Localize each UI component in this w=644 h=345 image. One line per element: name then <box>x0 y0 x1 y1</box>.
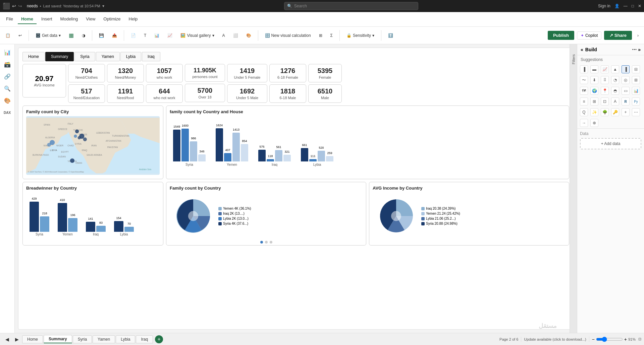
viz-icon-extra[interactable]: ⊗ <box>590 119 598 127</box>
viz-icon-text[interactable]: A <box>611 97 619 106</box>
bottom-tab-yamen[interactable]: Yamen <box>93 335 115 343</box>
publish-btn[interactable]: Publish <box>548 31 574 40</box>
reports-icon[interactable]: 📊 <box>2 47 13 58</box>
zoom-out-btn[interactable]: − <box>592 337 595 342</box>
zoom-in-btn[interactable]: + <box>624 337 627 342</box>
viz-icon-more[interactable]: ⋯ <box>632 108 640 116</box>
add-visual2-btn[interactable]: 📈 <box>165 32 175 39</box>
save-btn[interactable]: 💾 <box>96 32 107 39</box>
viz-icon-pie[interactable]: ◔ <box>611 76 619 84</box>
viz-icon-custom[interactable]: + <box>622 108 630 116</box>
sign-in-label[interactable]: Sign in <box>598 4 610 8</box>
app-icon[interactable]: ⬛ <box>3 2 10 10</box>
viz-icon-treemap[interactable]: ⊞ <box>632 76 640 84</box>
viz-icon-az-map[interactable]: 📍 <box>601 87 609 95</box>
export-btn[interactable]: 📤 <box>109 32 120 39</box>
viz-icon-fill-map[interactable]: 🌍 <box>590 87 598 95</box>
viz-icon-decomp[interactable]: 🌳 <box>601 108 609 116</box>
text-btn[interactable]: T <box>141 32 149 39</box>
viz-icon-table[interactable]: ⊞ <box>590 97 598 106</box>
text-box-btn[interactable]: A <box>220 32 228 39</box>
more-options-icon[interactable]: ⋯ <box>632 47 637 52</box>
redo-btn[interactable]: ↪ <box>18 3 22 9</box>
user-icon[interactable]: 👤 <box>614 4 620 8</box>
bottom-tab-lybia[interactable]: Lybia <box>116 335 135 343</box>
search-box[interactable]: 🔍 Search <box>284 2 418 10</box>
family-count-country-panel[interactable]: Family count by Country <box>166 182 366 246</box>
ribbon-tab-optimize[interactable]: Optimize <box>100 14 124 24</box>
viz-icon-qanda[interactable]: Q <box>580 108 588 116</box>
ribbon-tab-insert[interactable]: Insert <box>38 14 56 24</box>
zoom-slider[interactable] <box>596 337 623 342</box>
dropdown-arrow[interactable]: ▾ <box>102 4 104 8</box>
filters-sidebar[interactable]: Filters <box>570 44 577 333</box>
family-count-country-house-panel[interactable]: family count by Country and House 1549 <box>166 106 569 179</box>
page-nav-next[interactable]: ▶ <box>12 335 21 343</box>
nav-tab-home[interactable]: Home <box>22 52 45 61</box>
minimize-btn[interactable]: — <box>624 4 628 8</box>
format-icon[interactable]: 🎨 <box>2 95 13 106</box>
new-page-btn[interactable]: 📄 <box>128 32 139 39</box>
dax-icon[interactable]: DAX <box>2 107 13 118</box>
viz-icon-slicer[interactable]: ≡ <box>580 97 588 106</box>
publish-icon-btn[interactable]: ⬆️ <box>385 32 396 39</box>
excel-btn[interactable]: ▦ <box>66 31 76 40</box>
viz-icon-100bar[interactable]: ⊟ <box>632 65 640 73</box>
nav-tab-iraq[interactable]: Iraq <box>142 52 160 61</box>
viz-icon-matrix[interactable]: ⊡ <box>601 97 609 106</box>
viz-icon-card[interactable]: ▭ <box>622 87 630 95</box>
viz-icon-donut[interactable]: ◎ <box>622 76 630 84</box>
bottom-tab-summary[interactable]: Summary <box>44 335 72 343</box>
undo-toolbar-btn[interactable]: ↩ <box>16 32 24 39</box>
viz-icon-key[interactable]: 🔑 <box>611 108 619 116</box>
fit-page-btn[interactable]: ⊡ <box>638 337 641 341</box>
avg-income-country-panel[interactable]: AVG Income by Country Iraq <box>369 182 569 246</box>
new-visual-calc-btn[interactable]: 🔢 New visual calculation <box>262 32 314 39</box>
explore-icon[interactable]: 🔍 <box>2 83 13 94</box>
collapse-icon[interactable]: « <box>581 47 583 52</box>
viz-icon-ribbon[interactable]: 〜 <box>580 76 588 84</box>
viz-icon-kpi[interactable]: 📊 <box>632 87 640 95</box>
maximize-btn[interactable]: □ <box>632 4 634 8</box>
copilot-btn[interactable]: ✦ Copilot <box>577 31 601 40</box>
bottom-tab-home[interactable]: Home <box>22 335 43 343</box>
nav-tab-syria[interactable]: Syria <box>74 52 95 61</box>
model-icon[interactable]: 🔗 <box>2 71 13 82</box>
bottom-tab-iraq[interactable]: Iraq <box>136 335 153 343</box>
close-btn[interactable]: ✕ <box>638 4 641 8</box>
ribbon-tab-modeling[interactable]: Modeling <box>57 14 82 24</box>
ribbon-tab-home[interactable]: Home <box>18 14 37 24</box>
viz-icon-arrow[interactable]: → <box>580 119 588 127</box>
viz-icon-gauge[interactable]: ◓ <box>611 87 619 95</box>
expand-icon[interactable]: » <box>638 47 641 52</box>
viz-icon-map[interactable]: 🗺 <box>580 87 588 95</box>
nav-tab-lybia[interactable]: Lybia <box>120 52 141 61</box>
format-btn[interactable]: 🎨 <box>244 32 254 39</box>
add-data-btn[interactable]: + Add data <box>580 138 641 149</box>
bottom-tab-syria[interactable]: Syria <box>73 335 92 343</box>
viz-icon-scatter[interactable]: ⠿ <box>601 76 609 84</box>
get-data-btn[interactable]: 🗄️ Get data ▾ <box>33 32 63 39</box>
share-btn[interactable]: ↗ Share <box>604 31 632 40</box>
nav-tab-yamen[interactable]: Yamen <box>96 52 120 61</box>
undo-btn[interactable]: ↩ <box>12 3 16 9</box>
ribbon-tab-help[interactable]: Help <box>125 14 141 24</box>
family-count-city-panel[interactable]: Family count by City <box>22 106 163 179</box>
shapes-btn[interactable]: ⬜ <box>230 32 241 39</box>
viz-icon-area[interactable]: ▲ <box>611 65 619 73</box>
more-btn[interactable]: › <box>635 32 641 39</box>
add-tab-btn[interactable]: + <box>155 335 163 343</box>
theme-btn[interactable]: ◑ <box>79 32 88 39</box>
data-icon[interactable]: 🗃️ <box>2 59 13 70</box>
nav-tab-summary[interactable]: Summary <box>45 52 74 61</box>
page-nav-prev[interactable]: ◀ <box>3 335 12 343</box>
map-area[interactable]: SPAIN ITALY GREECE TÜRKİYE ALGERIA MALI … <box>26 116 160 175</box>
table-btn[interactable]: ⊞ <box>316 32 325 39</box>
filters-label[interactable]: Filters <box>572 54 576 64</box>
sensitivity-btn[interactable]: 🔒 Sensitivity ▾ <box>344 32 377 39</box>
breadwinner-panel[interactable]: Breadwinner by Country 429 <box>22 182 163 246</box>
ribbon-tab-view[interactable]: View <box>83 14 99 24</box>
viz-icon-smart[interactable]: ✨ <box>590 108 598 116</box>
clipboard-btn[interactable]: 📋 <box>3 32 13 39</box>
viz-icon-r[interactable]: R <box>622 97 630 106</box>
